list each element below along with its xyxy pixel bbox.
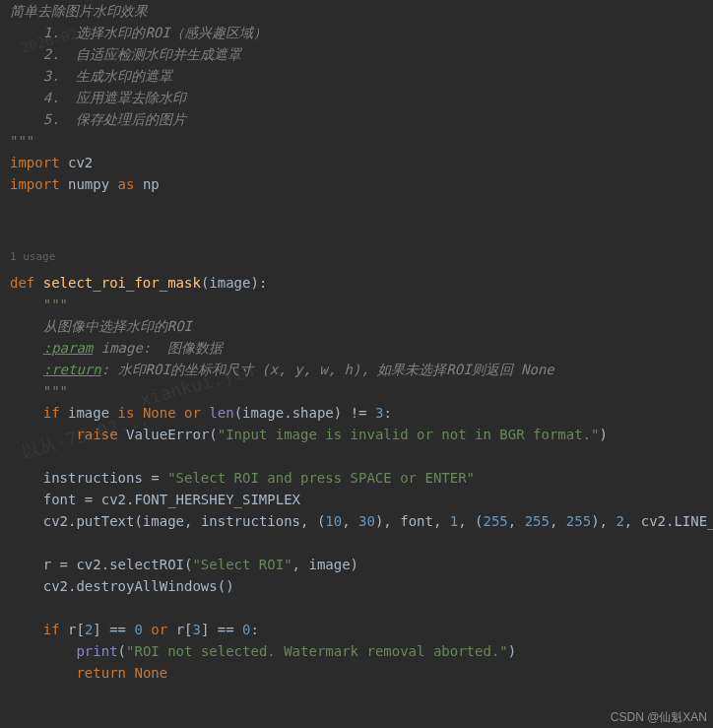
docstring-end: """ bbox=[10, 380, 703, 402]
docstring-return: :return: 水印ROI的坐标和尺寸 (x, y, w, h), 如果未选择… bbox=[10, 359, 703, 380]
list-item: 5. 保存处理后的图片 bbox=[10, 108, 703, 130]
list-item: 2. 自适应检测水印并生成遮罩 bbox=[10, 43, 703, 65]
blank-line bbox=[10, 445, 703, 467]
docstring-line: 从图像中选择水印的ROI bbox=[10, 315, 703, 337]
footer-attribution: CSDN @仙魁XAN bbox=[611, 709, 707, 726]
if-line: if r[2] == 0 or r[3] == 0: bbox=[10, 619, 703, 640]
docstring-start: """ bbox=[10, 294, 703, 315]
blank-line bbox=[10, 195, 703, 217]
raise-line: raise ValueError("Input image is invalid… bbox=[10, 424, 703, 445]
usage-hint[interactable]: 1 usage bbox=[10, 246, 703, 268]
docstring-end: """ bbox=[10, 130, 703, 152]
list-item: 3. 生成水印的遮罩 bbox=[10, 65, 703, 87]
comment-line: 简单去除图片水印效果 bbox=[10, 0, 703, 22]
list-item: 4. 应用遮罩去除水印 bbox=[10, 87, 703, 108]
function-def: def select_roi_for_mask(image): bbox=[10, 272, 703, 294]
import-line: import cv2 bbox=[10, 152, 703, 173]
import-line: import numpy as np bbox=[10, 173, 703, 195]
assign-line: instructions = "Select ROI and press SPA… bbox=[10, 467, 703, 489]
blank-line bbox=[10, 597, 703, 619]
call-line: cv2.putText(image, instructions, (10, 30… bbox=[10, 510, 703, 532]
docstring-param: :param image: 图像数据 bbox=[10, 337, 703, 359]
code-editor[interactable]: 简单去除图片水印效果 1. 选择水印的ROI（感兴趣区域） 2. 自适应检测水印… bbox=[0, 0, 713, 684]
blank-line bbox=[10, 532, 703, 554]
if-line: if image is None or len(image.shape) != … bbox=[10, 402, 703, 424]
blank-line bbox=[10, 217, 703, 238]
call-line: cv2.destroyAllWindows() bbox=[10, 575, 703, 597]
print-line: print("ROI not selected. Watermark remov… bbox=[10, 640, 703, 662]
assign-line: font = cv2.FONT_HERSHEY_SIMPLEX bbox=[10, 489, 703, 510]
list-item: 1. 选择水印的ROI（感兴趣区域） bbox=[10, 22, 703, 43]
call-line: r = cv2.selectROI("Select ROI", image) bbox=[10, 554, 703, 575]
return-line: return None bbox=[10, 662, 703, 684]
